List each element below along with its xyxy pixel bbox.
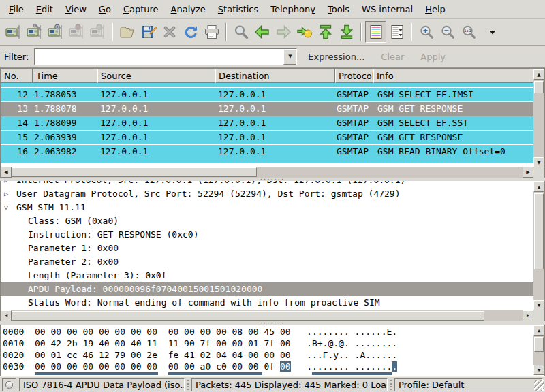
zoom-out-button[interactable] <box>437 21 458 43</box>
detail-row[interactable]: Length (Parameter 3): 0x0f <box>1 269 533 282</box>
scrollbar-track[interactable] <box>533 80 544 157</box>
scroll-right-button[interactable]: ▶ <box>523 167 533 178</box>
capture-restart-button[interactable] <box>87 21 108 43</box>
zoom-100-button[interactable]: 1:1 <box>458 21 479 43</box>
scrollbar-track[interactable] <box>533 192 544 300</box>
filter-dropdown-button[interactable]: ▼ <box>283 49 296 65</box>
scrollbar-track[interactable] <box>12 167 523 178</box>
capture-options-button[interactable] <box>24 21 45 43</box>
detail-row[interactable]: ▽GSM SIM 11.11 <box>1 201 533 214</box>
column-header-source[interactable]: Source <box>97 69 215 83</box>
packet-row[interactable]: 141.788099127.0.0.1127.0.0.1GSMTAPGSM SE… <box>1 116 533 131</box>
zoom-in-button[interactable] <box>416 21 437 43</box>
scroll-left-button[interactable]: ◀ <box>1 310 12 321</box>
menu-item[interactable]: Help <box>419 1 452 18</box>
detail-row[interactable]: ▷Internet Protocol, Src: 127.0.0.1 (127.… <box>1 181 533 187</box>
details-horizontal-scrollbar[interactable]: ◀ ▶ <box>1 310 544 321</box>
menu-item[interactable]: WS internal <box>356 1 419 18</box>
detail-row[interactable]: Parameter 1: 0x00 <box>1 242 533 255</box>
scroll-down-button[interactable]: ▼ <box>533 300 544 310</box>
detail-row[interactable]: ▷User Datagram Protocol, Src Port: 52294… <box>1 187 533 201</box>
packet-row[interactable]: 121.788053127.0.0.1127.0.0.1GSMTAPGSM SE… <box>1 88 533 102</box>
packet-list-vertical-scrollbar[interactable]: ▲ ▼ <box>533 69 544 167</box>
menu-item[interactable]: View <box>59 1 93 18</box>
detail-row[interactable]: Instruction: GET RESPONSE (0xc0) <box>1 228 533 242</box>
column-header-destination[interactable]: Destination <box>215 69 335 83</box>
packet-row-clipped[interactable]: 111.787851127.0.0.1127.0.0.1GSMTAPGSM GE… <box>1 83 533 88</box>
scroll-down-button[interactable]: ▼ <box>533 157 544 167</box>
column-header-protocol[interactable]: Protocol <box>335 69 373 83</box>
menu-item[interactable]: Capture <box>117 1 165 18</box>
scroll-down-button[interactable]: ▼ <box>533 365 544 375</box>
autoscroll-button[interactable] <box>386 21 407 43</box>
goto-packet-button[interactable] <box>294 21 315 43</box>
hex-row[interactable]: 0000 00 00 00 00 00 00 00 00 00 00 00 00… <box>1 326 533 338</box>
clear-button[interactable]: Clear <box>375 48 409 65</box>
menu-item[interactable]: Edit <box>30 1 59 18</box>
scrollbar-thumb[interactable] <box>12 167 257 177</box>
packet-row-partial[interactable] <box>1 159 533 163</box>
detail-row[interactable]: APDU Payload: 000000096f0704001500150102… <box>1 282 533 296</box>
colorize-button[interactable] <box>365 21 386 43</box>
interfaces-button[interactable] <box>3 21 24 43</box>
detail-row-clipped[interactable]: ▷Internet Protocol, Src: 127.0.0.1 (127.… <box>1 181 533 187</box>
resize-grip[interactable] <box>534 380 544 391</box>
expander-closed-icon[interactable]: ▷ <box>4 187 14 201</box>
scrollbar-thumb[interactable] <box>534 81 544 93</box>
scroll-right-button[interactable]: ▶ <box>523 310 533 321</box>
expander-open-icon[interactable]: ▽ <box>4 201 14 214</box>
column-header-info[interactable]: Info <box>373 69 533 83</box>
detail-row[interactable]: Status Word: Normal ending of command wi… <box>1 296 533 310</box>
packet-row[interactable]: 131.788078127.0.0.1127.0.0.1GSMTAPGSM GE… <box>1 102 533 116</box>
hex-row[interactable]: 0020 00 01 cc 46 12 79 00 2e fe 41 02 04… <box>1 349 533 361</box>
capture-start-button[interactable] <box>45 21 66 43</box>
open-button[interactable] <box>116 21 138 43</box>
expander-closed-icon[interactable]: ▷ <box>4 181 14 187</box>
menu-item[interactable]: Telephony <box>264 1 322 18</box>
hex-vertical-scrollbar[interactable]: ▲ ▼ <box>533 325 544 375</box>
scroll-up-button[interactable]: ▲ <box>533 69 544 80</box>
scrollbar-track[interactable] <box>533 336 544 365</box>
goto-bottom-button[interactable] <box>336 21 357 43</box>
capture-stop-button[interactable] <box>66 21 87 43</box>
print-button[interactable] <box>201 21 222 43</box>
menu-item[interactable]: Statistics <box>212 1 264 18</box>
details-vertical-scrollbar[interactable]: ▲ ▼ <box>533 182 544 310</box>
packet-row[interactable]: 111.787851127.0.0.1127.0.0.1GSMTAPGSM GE… <box>1 83 533 88</box>
scroll-up-button[interactable]: ▲ <box>533 182 544 192</box>
expert-info-button[interactable] <box>2 378 16 391</box>
hex-row[interactable]: 0030 00 00 00 00 00 00 00 00 00 00 a0 c0… <box>1 361 533 372</box>
find-button[interactable] <box>230 21 251 43</box>
cell-time: 2.063939 <box>33 131 97 144</box>
packet-row[interactable]: 152.063939127.0.0.1127.0.0.1GSMTAPGSM GE… <box>1 131 533 145</box>
statusbar-resize-handle[interactable] <box>187 380 189 390</box>
apply-button[interactable]: Apply <box>415 48 451 65</box>
scroll-up-button[interactable]: ▲ <box>533 325 544 336</box>
menu-item[interactable]: File <box>3 1 30 18</box>
menu-item[interactable]: Go <box>93 1 117 18</box>
scrollbar-thumb[interactable] <box>534 337 544 352</box>
expression-button[interactable]: Expression... <box>302 48 370 65</box>
back-button[interactable] <box>251 21 272 43</box>
column-header-time[interactable]: Time <box>33 69 97 83</box>
scrollbar-thumb[interactable] <box>12 311 484 321</box>
forward-button[interactable] <box>272 21 294 43</box>
close-button[interactable] <box>159 21 180 43</box>
save-button[interactable] <box>138 21 159 43</box>
column-header-no[interactable]: No. <box>1 69 33 83</box>
menu-item[interactable]: Tools <box>322 1 356 18</box>
reload-button[interactable] <box>180 21 201 43</box>
detail-row[interactable]: Class: GSM (0xa0) <box>1 214 533 228</box>
hex-row[interactable]: 0010 00 42 2b 19 40 00 40 11 11 90 7f 00… <box>1 338 533 349</box>
goto-top-button[interactable] <box>315 21 336 43</box>
statusbar-resize-handle[interactable] <box>390 380 392 390</box>
overflow-menu-button[interactable] <box>486 21 499 43</box>
packet-list-horizontal-scrollbar[interactable]: ◀ ▶ <box>1 167 544 178</box>
scrollbar-track[interactable] <box>12 310 523 321</box>
detail-row[interactable]: Parameter 2: 0x00 <box>1 255 533 269</box>
scrollbar-thumb[interactable] <box>534 193 544 270</box>
filter-input[interactable] <box>35 49 283 65</box>
menu-item[interactable]: Analyze <box>165 1 212 18</box>
packet-row[interactable]: 162.063982127.0.0.1127.0.0.1GSMTAPGSM RE… <box>1 145 533 159</box>
scroll-left-button[interactable]: ◀ <box>1 167 12 178</box>
